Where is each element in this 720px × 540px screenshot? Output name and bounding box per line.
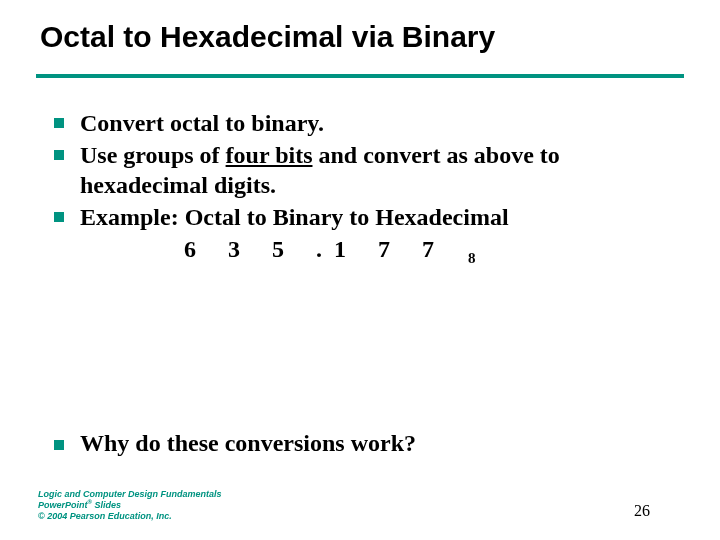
bullet-square-icon — [54, 150, 64, 160]
bullet-item: Why do these conversions work? — [54, 430, 416, 459]
bullet-item: Convert octal to binary. — [54, 108, 680, 138]
bullet-square-icon — [54, 440, 64, 450]
bullet-text: Convert octal to binary. — [80, 108, 680, 138]
content-area: Convert octal to binary. Use groups of f… — [54, 108, 680, 268]
digit: 7 — [422, 234, 466, 264]
footer-credit: Logic and Computer Design Fundamentals P… — [38, 489, 222, 522]
bullet-item: Example: Octal to Binary to Hexadecimal — [54, 202, 680, 232]
footer-line: © 2004 Pearson Education, Inc. — [38, 511, 222, 522]
slide: Octal to Hexadecimal via Binary Convert … — [0, 0, 720, 540]
bullet-text: Use groups of four bits and convert as a… — [80, 140, 680, 200]
footer-line: Logic and Computer Design Fundamentals — [38, 489, 222, 500]
subscript-base: 8 — [468, 250, 476, 266]
bullet-square-icon — [54, 212, 64, 222]
title-underline — [36, 74, 684, 78]
text-fragment: Use groups of — [80, 142, 226, 168]
digit: 5 — [272, 234, 316, 264]
page-number: 26 — [634, 502, 650, 520]
bullet-text: Why do these conversions work? — [80, 430, 416, 457]
bullet-text: Example: Octal to Binary to Hexadecimal — [80, 202, 680, 232]
bullet-item: Use groups of four bits and convert as a… — [54, 140, 680, 200]
digit: 3 — [228, 234, 272, 264]
footer-line: PowerPoint® Slides — [38, 499, 222, 511]
text-fragment: Slides — [92, 500, 121, 510]
digit: 1 — [334, 234, 378, 264]
bullet-square-icon — [54, 118, 64, 128]
radix-point: . — [316, 234, 334, 264]
text-fragment: PowerPoint — [38, 500, 88, 510]
slide-title: Octal to Hexadecimal via Binary — [40, 20, 495, 54]
digit: 6 — [184, 234, 228, 264]
underlined-text: four bits — [226, 142, 313, 168]
example-digits: 635.1778 — [184, 234, 680, 268]
digit: 7 — [378, 234, 422, 264]
